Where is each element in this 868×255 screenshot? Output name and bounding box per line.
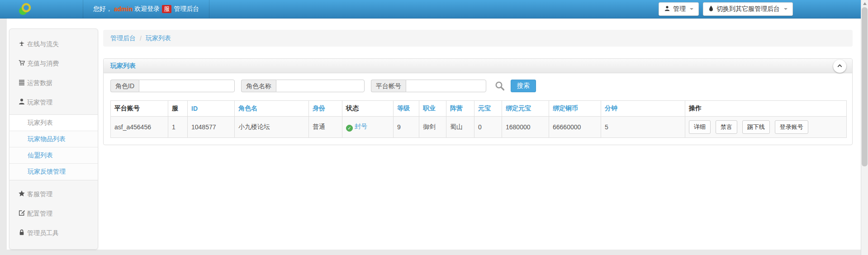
welcome-prefix: 您好， — [93, 5, 112, 13]
detail-button[interactable]: 详细 — [689, 120, 711, 134]
role-id-group: 角色ID — [110, 80, 235, 92]
edit-icon — [18, 209, 25, 218]
cell-profession: 御剑 — [419, 117, 446, 138]
sidebar-item-admin-tools[interactable]: 管理员工具 — [9, 223, 98, 243]
col-header-profession[interactable]: 职业 — [419, 101, 446, 117]
cell-faction: 蜀山 — [446, 117, 474, 138]
switch-server-label: 切换到其它服管理后台 — [716, 5, 780, 13]
player-management-submenu: 玩家列表 玩家物品列表 仙盟列表 玩家反馈管理 — [9, 114, 98, 180]
col-header-minutes[interactable]: 分钟 — [601, 101, 685, 117]
chevron-up-icon — [836, 62, 843, 71]
welcome-message: 您好， admin 欢迎登录 服 管理后台 — [83, 0, 209, 18]
col-header-bound-copper[interactable]: 绑定铜币 — [549, 101, 601, 117]
sidebar-item-guild-list[interactable]: 仙盟列表 — [9, 147, 98, 164]
login-account-button[interactable]: 登录账号 — [775, 120, 808, 134]
role-id-input[interactable] — [139, 80, 235, 92]
ban-account-link[interactable]: 封号 — [355, 123, 367, 130]
sidebar-item-label: 管理员工具 — [27, 229, 59, 237]
server-badge: 服 — [162, 5, 171, 13]
col-header-id[interactable]: ID — [188, 101, 235, 117]
col-header-faction[interactable]: 阵营 — [446, 101, 474, 117]
cell-level: 9 — [394, 117, 419, 138]
table-row: asf_a456456 1 1048577 小九楼论坛 普通 ✓封号 9 御剑 … — [111, 117, 847, 138]
cell-role-name: 小九楼论坛 — [235, 117, 309, 138]
top-navbar: 您好， admin 欢迎登录 服 管理后台 管理 切换到其它服管理后台 — [0, 0, 868, 19]
cell-platform-account: asf_a456456 — [111, 117, 168, 138]
welcome-mid: 欢迎登录 — [134, 5, 160, 13]
breadcrumb: 管理后台 / 玩家列表 — [103, 30, 853, 47]
navbar-buttons: 管理 切换到其它服管理后台 — [659, 2, 793, 16]
table-header-row: 平台账号 服 ID 角色名 身份 状态 等级 职业 阵营 元宝 绑定元宝 绑定铜… — [111, 101, 847, 117]
player-table: 平台账号 服 ID 角色名 身份 状态 等级 职业 阵营 元宝 绑定元宝 绑定铜… — [110, 100, 847, 138]
lock-icon — [18, 229, 25, 237]
scroll-up-arrow-icon[interactable] — [863, 2, 867, 5]
breadcrumb-current-link[interactable]: 玩家列表 — [146, 34, 171, 42]
admin-menu-button[interactable]: 管理 — [659, 2, 699, 16]
col-header-role-name[interactable]: 角色名 — [235, 101, 309, 117]
search-toolbar: 角色ID 角色名称 平台帐号 搜索 — [110, 80, 845, 92]
mute-button[interactable]: 禁言 — [716, 120, 737, 134]
sidebar-item-customer-service[interactable]: 客服管理 — [9, 184, 98, 204]
cell-identity: 普通 — [309, 117, 342, 138]
star-icon — [18, 190, 25, 198]
sidebar-item-online-churn[interactable]: 在线与流失 — [9, 34, 98, 54]
col-header-actions: 操作 — [685, 101, 847, 117]
sidebar-item-label: 玩家管理 — [27, 99, 52, 107]
sidebar-item-player-list[interactable]: 玩家列表 — [9, 115, 98, 131]
cell-yuanbao: 0 — [474, 117, 502, 138]
col-header-identity[interactable]: 身份 — [309, 101, 342, 117]
col-header-bound-yuanbao[interactable]: 绑定元宝 — [502, 101, 549, 117]
vertical-scrollbar — [861, 0, 868, 255]
sidebar-item-recharge-consume[interactable]: 充值与消费 — [9, 54, 98, 73]
user-icon — [664, 5, 670, 13]
switch-server-button[interactable]: 切换到其它服管理后台 — [703, 2, 793, 16]
sidebar-item-label: 在线与流失 — [27, 40, 59, 48]
platform-account-group: 平台帐号 — [371, 80, 486, 92]
panel-body: 角色ID 角色名称 平台帐号 搜索 — [104, 73, 852, 145]
sidebar: 在线与流失 充值与消费 运营数据 玩家管理 玩家列表 玩家物品列表 仙盟列表 玩… — [9, 28, 98, 250]
cell-minutes: 5 — [601, 117, 685, 138]
list-icon — [18, 79, 25, 87]
caret-down-icon — [690, 8, 693, 10]
role-name-label: 角色名称 — [241, 80, 276, 92]
col-header-platform-account: 平台账号 — [111, 101, 168, 117]
scrollbar-thumb[interactable] — [862, 7, 868, 166]
kick-offline-button[interactable]: 踢下线 — [742, 120, 770, 134]
panel-collapse-button[interactable] — [833, 60, 846, 73]
role-name-input[interactable] — [276, 80, 365, 92]
sidebar-bottom-group: 客服管理 配置管理 管理员工具 — [9, 184, 98, 243]
sidebar-item-label: 充值与消费 — [27, 60, 59, 68]
username-text: admin — [114, 5, 133, 13]
cart-icon — [18, 59, 25, 68]
sidebar-item-label: 配置管理 — [27, 210, 52, 218]
admin-menu-label: 管理 — [673, 5, 686, 13]
platform-account-label: 平台帐号 — [371, 80, 406, 92]
cell-bound-copper: 66660000 — [549, 117, 601, 138]
sidebar-item-label: 运营数据 — [27, 79, 52, 87]
breadcrumb-separator: / — [140, 35, 142, 42]
magnifier-icon[interactable] — [494, 80, 505, 91]
col-header-level[interactable]: 等级 — [394, 101, 419, 117]
sidebar-item-player-feedback[interactable]: 玩家反馈管理 — [9, 164, 98, 180]
platform-account-input[interactable] — [406, 80, 486, 92]
role-id-label: 角色ID — [110, 80, 139, 92]
sidebar-item-player-management[interactable]: 玩家管理 — [9, 93, 98, 112]
user-icon — [18, 98, 25, 107]
main-content: 管理后台 / 玩家列表 玩家列表 角色ID 角色名称 — [103, 19, 853, 145]
brand-rings-icon — [16, 2, 34, 16]
breadcrumb-root-link[interactable]: 管理后台 — [110, 34, 136, 42]
sidebar-item-operation-data[interactable]: 运营数据 — [9, 73, 98, 93]
col-header-yuanbao[interactable]: 元宝 — [474, 101, 502, 117]
panel-heading: 玩家列表 — [104, 59, 852, 73]
caret-down-icon — [784, 8, 787, 10]
cell-server: 1 — [168, 117, 188, 138]
welcome-suffix: 管理后台 — [174, 5, 199, 13]
col-header-server: 服 — [168, 101, 188, 117]
sidebar-item-config-management[interactable]: 配置管理 — [9, 204, 98, 223]
sidebar-item-player-items-list[interactable]: 玩家物品列表 — [9, 131, 98, 147]
search-button[interactable]: 搜索 — [511, 80, 536, 92]
cell-bound-yuanbao: 1680000 — [502, 117, 549, 138]
col-header-status: 状态 — [342, 101, 394, 117]
player-list-panel: 玩家列表 角色ID 角色名称 平台帐号 — [103, 58, 853, 145]
sidebar-item-label: 客服管理 — [27, 190, 52, 198]
